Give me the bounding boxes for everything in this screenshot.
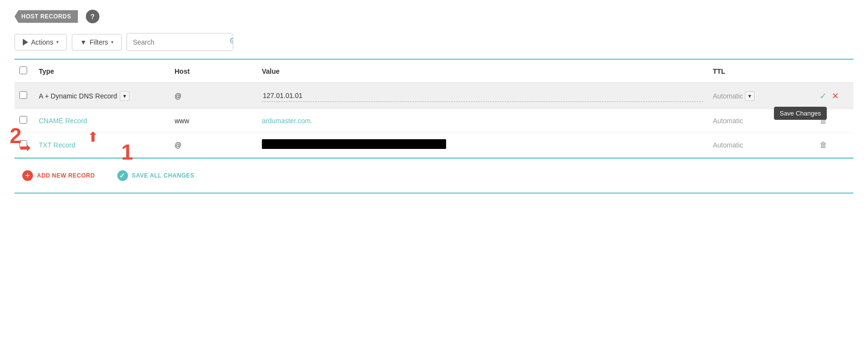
- row3-ttl-text: Automatic: [713, 141, 743, 149]
- filters-button[interactable]: ▼ Filters ▾: [72, 34, 122, 50]
- row1-type-dropdown-arrow[interactable]: ▾: [120, 91, 129, 101]
- col-header-type: Type: [34, 60, 170, 83]
- row1-host-cell: @: [170, 83, 257, 109]
- row2-value-cell: ardumaster.com.: [257, 109, 708, 132]
- row1-type-wrapper: A + Dynamic DNS Record ▾: [39, 91, 165, 101]
- save-all-changes-button[interactable]: ✓ SAVE ALL CHANGES: [110, 166, 202, 185]
- host-records-badge: HOST RECORDS: [15, 10, 78, 23]
- add-circle-icon: +: [22, 170, 33, 181]
- row1-ttl-dropdown-arrow[interactable]: ▾: [745, 91, 755, 101]
- row1-ttl-text: Automatic: [713, 92, 743, 100]
- row1-checkbox[interactable]: [19, 91, 27, 99]
- save-check-circle-icon: ✓: [117, 170, 128, 181]
- row1-save-check-icon[interactable]: ✓: [820, 91, 827, 101]
- row1-value-cell: [257, 83, 708, 109]
- row3-type-cell: TXT Record: [34, 132, 170, 158]
- row3-row-actions: 🗑: [820, 141, 849, 149]
- row1-checkbox-cell: [15, 83, 34, 109]
- table-row: CNAME Record www ardumaster.com. Automat…: [15, 109, 853, 132]
- bottom-divider: [15, 193, 853, 194]
- search-input[interactable]: [127, 34, 224, 50]
- row3-redacted-value: [262, 139, 446, 149]
- table-row: TXT Record @ Automatic 🗑: [15, 132, 853, 158]
- save-all-label: SAVE ALL CHANGES: [132, 172, 194, 179]
- chevron-down-icon-2: ▾: [111, 39, 113, 45]
- select-all-checkbox[interactable]: [19, 66, 27, 74]
- row2-type-cell: CNAME Record: [34, 109, 170, 132]
- row3-actions-cell: 🗑: [815, 132, 853, 158]
- filters-label: Filters: [90, 38, 108, 46]
- records-table-wrapper: Type Host Value TTL A + Dynamic DNS Reco…: [15, 60, 853, 158]
- row1-save-tooltip-wrapper: ✓ Save Changes: [820, 91, 827, 101]
- row3-host-value: @: [175, 141, 181, 149]
- row3-checkbox[interactable]: [19, 140, 27, 148]
- bottom-toolbar: + ADD NEW RECORD ✓ SAVE ALL CHANGES: [15, 159, 853, 193]
- search-button[interactable]: 🔍: [224, 33, 233, 50]
- row3-checkbox-cell: [15, 132, 34, 158]
- row3-value-cell: [257, 132, 708, 158]
- table-row: A + Dynamic DNS Record ▾ @ Automatic ▾: [15, 83, 853, 109]
- row1-host-value: @: [175, 92, 181, 100]
- row1-row-actions: ✓ Save Changes ✕: [820, 91, 849, 101]
- row3-type-text[interactable]: TXT Record: [39, 141, 75, 149]
- row2-host-cell: www: [170, 109, 257, 132]
- col-header-checkbox: [15, 60, 34, 83]
- row3-host-cell: @: [170, 132, 257, 158]
- row2-ttl-text: Automatic: [713, 117, 743, 125]
- play-icon: [23, 39, 28, 46]
- row1-ttl-cell: Automatic ▾: [708, 83, 815, 109]
- col-header-ttl: TTL: [708, 60, 815, 83]
- row1-type-text: A + Dynamic DNS Record: [39, 92, 117, 100]
- row1-ttl-wrapper: Automatic ▾: [713, 91, 810, 101]
- col-header-host: Host: [170, 60, 257, 83]
- records-table: Type Host Value TTL A + Dynamic DNS Reco…: [15, 60, 853, 158]
- actions-button[interactable]: Actions ▾: [15, 34, 67, 50]
- add-new-record-button[interactable]: + ADD NEW RECORD: [15, 166, 103, 185]
- chevron-down-icon: ▾: [56, 39, 59, 45]
- row2-type-text[interactable]: CNAME Record: [39, 117, 87, 125]
- row1-actions-cell: ✓ Save Changes ✕: [815, 83, 853, 109]
- table-header-row: Type Host Value TTL: [15, 60, 853, 83]
- actions-label: Actions: [31, 38, 53, 46]
- row2-host-value: www: [175, 117, 189, 125]
- col-header-actions: [815, 60, 853, 83]
- help-icon[interactable]: ?: [86, 10, 99, 23]
- row1-cancel-icon[interactable]: ✕: [832, 91, 839, 101]
- save-changes-tooltip: Save Changes: [774, 107, 827, 120]
- add-new-label: ADD NEW RECORD: [37, 172, 95, 179]
- row2-value-text: ardumaster.com.: [262, 117, 312, 125]
- row2-checkbox[interactable]: [19, 116, 27, 124]
- filter-icon: ▼: [80, 38, 87, 46]
- row3-ttl-cell: Automatic: [708, 132, 815, 158]
- row3-delete-icon[interactable]: 🗑: [820, 141, 827, 149]
- toolbar: Actions ▾ ▼ Filters ▾ 🔍: [15, 33, 853, 59]
- row1-value-input[interactable]: [262, 90, 703, 102]
- search-box: 🔍: [127, 33, 233, 51]
- row1-type-cell: A + Dynamic DNS Record ▾: [34, 83, 170, 109]
- row2-checkbox-cell: [15, 109, 34, 132]
- col-header-value: Value: [257, 60, 708, 83]
